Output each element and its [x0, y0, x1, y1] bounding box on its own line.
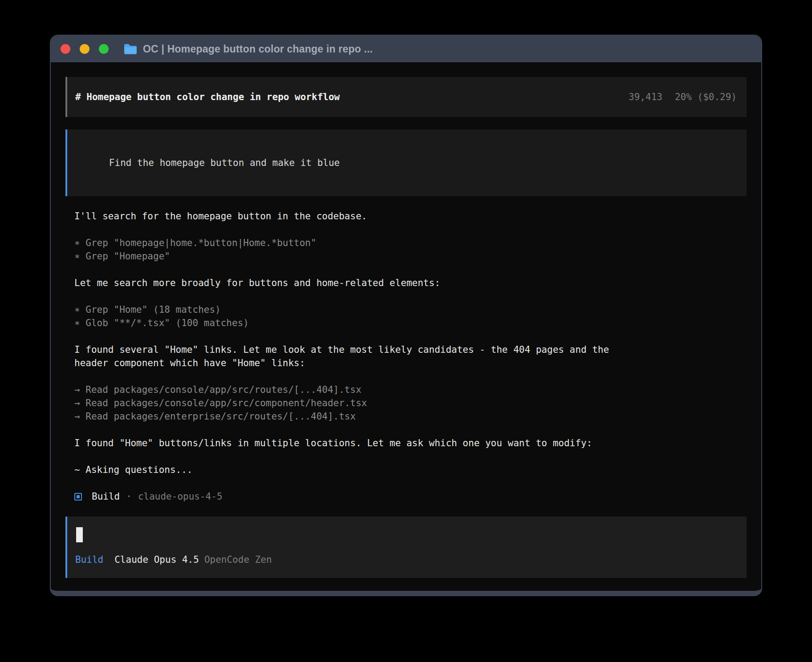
user-message-text: Find the homepage button and make it blu… [109, 157, 340, 168]
shortcut-key: ctrl+p [662, 589, 696, 596]
shortcut-key: tab [591, 589, 608, 596]
traffic-lights [61, 44, 109, 54]
tool-call-grep: ∗ Grep "Home" (18 matches) [74, 303, 747, 316]
shortcut-label: variants [531, 589, 576, 596]
session-stats: 39,413 20% ($0.29) [629, 90, 737, 104]
assistant-text: I found "Home" buttons/links in multiple… [74, 436, 747, 450]
spinner-dot [105, 595, 107, 596]
token-count: 39,413 [629, 90, 662, 104]
text-cursor [76, 527, 83, 542]
input-agent-label[interactable]: Build [75, 553, 103, 566]
spinner-dot [112, 595, 115, 596]
assistant-text: I found several "Home" links. Let me loo… [74, 343, 747, 356]
esc-label: interrupt [169, 591, 219, 596]
assistant-text: I'll search for the homepage button in t… [74, 210, 747, 223]
agent-line: Build · claude-opus-4-5 [74, 490, 747, 503]
tool-call-grep: ∗ Grep "homepage|home.*button|Home.*butt… [74, 236, 747, 250]
asking-questions-status: ~ Asking questions... [74, 463, 747, 476]
spinner-dot [89, 595, 92, 596]
esc-key: esc [146, 591, 163, 596]
prompt-input[interactable]: Build Claude Opus 4.5 OpenCode Zen [65, 517, 747, 578]
folder-icon [123, 43, 138, 55]
zoom-button[interactable] [99, 44, 109, 54]
shortcut-variants: ctrl+t variants [492, 589, 576, 596]
status-bar: esc interrupt ctrl+t variants tab agents… [65, 589, 747, 596]
working-spinner [74, 595, 130, 596]
model-status-row: Build Claude Opus 4.5 OpenCode Zen [75, 553, 737, 566]
close-button[interactable] [61, 44, 70, 54]
agent-name: Build [92, 490, 120, 503]
tool-call-grep: ∗ Grep "Homepage" [74, 250, 747, 263]
spinner-dot [97, 595, 100, 596]
spinner-dot [74, 595, 77, 596]
assistant-text: header component which have "Home" links… [74, 356, 747, 370]
shortcut-hints: ctrl+t variants tab agents ctrl+p comman… [492, 589, 747, 596]
session-header: # Homepage button color change in repo w… [65, 77, 747, 117]
terminal-window: OC | Homepage button color change in rep… [50, 35, 762, 596]
shortcut-label: agents [613, 589, 647, 596]
terminal-content: # Homepage button color change in repo w… [51, 62, 761, 596]
spinner-dot [82, 595, 85, 596]
tool-call-glob: ∗ Glob "**/*.tsx" (100 matches) [74, 316, 747, 330]
input-provider-label: OpenCode Zen [204, 553, 272, 566]
transcript: I'll search for the homepage button in t… [74, 210, 747, 503]
agent-separator: · [126, 490, 132, 503]
shortcut-key: ctrl+t [492, 589, 526, 596]
window-title: OC | Homepage button color change in rep… [143, 43, 373, 55]
tool-call-read: → Read packages/console/app/src/componen… [74, 396, 747, 410]
tool-call-read: → Read packages/enterprise/src/routes/[.… [74, 410, 747, 423]
minimize-button[interactable] [80, 44, 89, 54]
tool-call-read: → Read packages/console/app/src/routes/[… [74, 383, 747, 396]
context-cost: 20% ($0.29) [675, 90, 737, 104]
session-title: # Homepage button color change in repo w… [75, 90, 340, 104]
interrupt-hint: esc interrupt [146, 589, 219, 596]
shortcut-commands: ctrl+p commands [662, 589, 747, 596]
spinner-dot [120, 595, 122, 596]
shortcut-label: commands [702, 589, 747, 596]
shortcut-agents: tab agents [591, 589, 647, 596]
agent-model: claude-opus-4-5 [138, 490, 223, 503]
agent-build-icon [74, 493, 82, 501]
user-message: Find the homepage button and make it blu… [65, 129, 747, 196]
input-model-label[interactable]: Claude Opus 4.5 [114, 553, 199, 566]
assistant-text: Let me search more broadly for buttons a… [74, 276, 747, 290]
spinner-dot [127, 595, 130, 596]
window-titlebar[interactable]: OC | Homepage button color change in rep… [51, 36, 761, 62]
